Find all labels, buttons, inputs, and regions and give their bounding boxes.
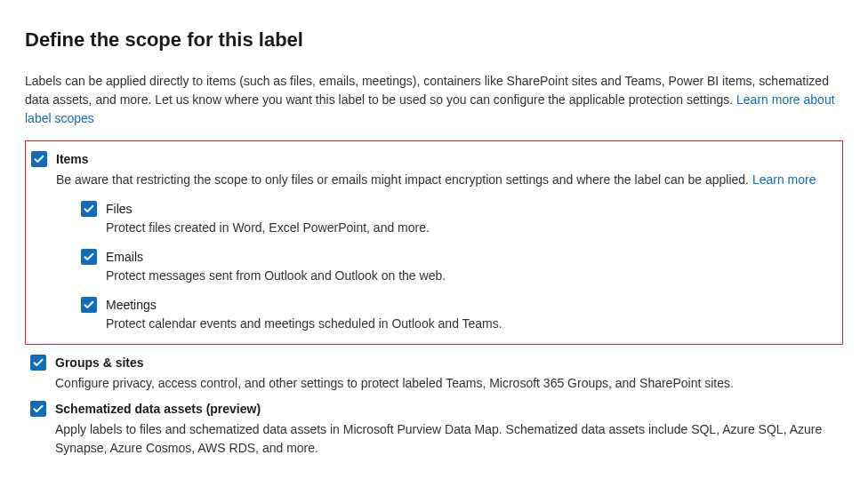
sub-item-files: Files Protect files created in Word, Exc… [81,200,835,237]
scope-items-row: Items Be aware that restricting the scop… [31,150,835,333]
scopes-list: Groups & sites Configure privacy, access… [25,354,843,458]
checkbox-groups[interactable] [30,355,46,371]
check-icon [33,403,44,414]
items-highlight-box: Items Be aware that restricting the scop… [25,140,843,345]
sub-files-desc: Protect files created in Word, Excel Pow… [106,220,430,235]
checkbox-schematized[interactable] [30,401,46,417]
sub-meetings-label: Meetings [106,296,502,315]
scope-groups-label: Groups & sites [55,354,843,372]
scope-items-desc: Be aware that restricting the scope to o… [56,172,752,187]
scope-groups-row: Groups & sites Configure privacy, access… [25,354,843,393]
check-icon [34,154,44,164]
sub-meetings-desc: Protect calendar events and meetings sch… [106,316,502,331]
page-title: Define the scope for this label [25,25,843,54]
checkbox-emails[interactable] [81,249,97,265]
sub-item-meetings: Meetings Protect calendar events and mee… [81,296,835,333]
scope-schematized-label: Schematized data assets (preview) [55,400,843,419]
checkbox-files[interactable] [81,201,97,217]
check-icon [33,357,44,368]
scope-groups-desc: Configure privacy, access control, and o… [55,376,734,390]
sub-item-emails: Emails Protect messages sent from Outloo… [81,248,835,285]
items-sub-list: Files Protect files created in Word, Exc… [56,200,835,333]
sub-emails-label: Emails [106,248,446,267]
checkbox-items[interactable] [31,151,47,167]
check-icon [84,204,94,214]
learn-more-items-link[interactable]: Learn more [752,172,816,187]
intro-text: Labels can be applied directly to items … [25,74,829,107]
checkbox-meetings[interactable] [81,297,97,313]
scope-schematized-row: Schematized data assets (preview) Apply … [25,400,843,458]
sub-emails-desc: Protect messages sent from Outlook and O… [106,268,446,283]
intro-paragraph: Labels can be applied directly to items … [25,72,843,128]
sub-files-label: Files [106,200,430,219]
scope-items-label: Items [56,150,835,169]
check-icon [84,251,94,262]
check-icon [84,299,94,310]
scope-schematized-desc: Apply labels to files and schematized da… [55,422,822,455]
